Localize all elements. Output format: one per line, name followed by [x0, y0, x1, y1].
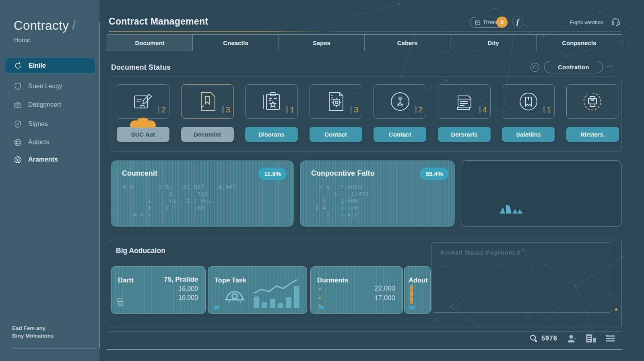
status-card-badge: 1	[286, 105, 294, 114]
clipboard-star-icon	[260, 90, 283, 113]
sidebar: Contracty/ Home Einile Suen Lecgy Datige…	[0, 0, 99, 361]
tabbar: Document Cneactls Sapes Cabers Dity Conp…	[107, 34, 622, 51]
status-card-iconbox[interactable]: 1	[502, 84, 555, 119]
contact-button[interactable]: Contact	[310, 127, 362, 142]
conpocntive-faint-data: > a T-ODOU 1 1/4TG 3 1-006 2 4 1-1/6 2 5…	[312, 184, 369, 218]
status-card-badge: 4	[479, 105, 487, 114]
mountain-chart-icon	[500, 203, 523, 214]
tab-conpanecls[interactable]: Conpanecls	[537, 35, 622, 51]
status-card: 2 SUC Aat	[117, 84, 169, 142]
app-logo-text: Contracty	[14, 19, 69, 33]
sidebar-item-araments[interactable]: Araments	[5, 151, 96, 168]
menu-list-icon[interactable]	[605, 334, 615, 343]
durments-title: Durments	[317, 276, 348, 284]
sidebar-item-suen-lecgy[interactable]: Suen Lecgy	[5, 78, 96, 94]
sidebar-item-datigencert[interactable]: Datigencert	[5, 97, 96, 113]
headset-icon[interactable]	[611, 17, 621, 28]
footer-toolbar: 5976	[529, 334, 615, 343]
more-menu-icon[interactable]: ⋯	[606, 62, 613, 70]
sidebar-item-label: Suen Lecgy	[28, 83, 62, 90]
flag-button[interactable]: f	[512, 17, 523, 28]
title-underline	[109, 31, 330, 32]
status-card: 4 Dersraris	[438, 84, 491, 142]
suc-aat-button[interactable]: SUC Aat	[117, 127, 169, 142]
status-card: 1 Disorans	[245, 84, 298, 142]
saletiins-button[interactable]: Saletiins	[502, 127, 555, 142]
status-card-iconbox[interactable]: 2	[117, 84, 169, 119]
conpocntive-percent-badge: 55.4%	[420, 168, 448, 180]
decumint-button[interactable]: Decumint	[181, 127, 234, 142]
tab-cabers[interactable]: Cabers	[365, 35, 450, 51]
dersraris-button[interactable]: Dersraris	[438, 127, 491, 142]
tab-cneactls[interactable]: Cneactls	[193, 35, 279, 51]
circle-person-icon	[388, 90, 412, 113]
durments-card[interactable]: Durments 22,000 17,000	[310, 266, 403, 314]
shield-icon	[13, 81, 23, 91]
status-card-iconbox[interactable]: 4	[438, 84, 491, 119]
side-ghost-panel: Kinkad Malas Payroom 3	[431, 242, 612, 313]
tab-dity[interactable]: Dity	[450, 35, 536, 51]
briefcase-icon	[13, 100, 23, 110]
sidebar-bottom-divider	[12, 349, 97, 349]
calendar-icon	[475, 20, 481, 25]
notification-badge[interactable]: 3	[496, 17, 508, 28]
sidebar-footer-line2: Biny Molcations	[12, 332, 54, 340]
big-section-heading: Big Aoducalon	[116, 247, 165, 255]
orange-bar	[410, 285, 413, 304]
sidebar-divider	[14, 51, 97, 51]
search-control[interactable]: 5976	[529, 334, 557, 343]
durments-values: 22,000 17,000	[374, 283, 395, 302]
contract-management-app: { "sidebar": { "title": "Contracty", "sl…	[0, 0, 644, 361]
sync-circle-icon	[13, 61, 23, 71]
rirsters-button[interactable]: Rirsters.	[566, 127, 619, 142]
app-logo: Contracty/	[14, 19, 76, 33]
status-card: Rirsters.	[566, 84, 619, 142]
sidebar-item-aolocts[interactable]: Aolocts	[5, 134, 96, 150]
councenit-title: Councenit	[122, 169, 157, 178]
dartt-values: 75, Pralide 16.000 16.000	[164, 276, 198, 301]
sidebar-item-label: Aolocts	[28, 139, 49, 146]
status-card-badge: 3	[351, 105, 359, 114]
document-gear-icon	[324, 90, 347, 113]
tope-task-card[interactable]: Tope Task	[208, 266, 307, 314]
status-card-iconbox[interactable]: 2	[374, 84, 426, 119]
document-status-heading: Document Status	[111, 63, 171, 72]
adout-title: Adout	[409, 276, 428, 284]
status-card-iconbox-highlighted[interactable]: 3	[181, 84, 234, 119]
status-card-iconbox[interactable]: 3	[310, 84, 362, 119]
sidebar-separator	[99, 22, 100, 349]
document-list-icon[interactable]	[586, 334, 596, 343]
councenit-percent-badge: 11.9%	[258, 168, 287, 180]
section-footer-line	[111, 319, 621, 319]
user-icon[interactable]	[566, 334, 577, 343]
contration-button[interactable]: Contration	[544, 61, 603, 73]
tab-document[interactable]: Document	[107, 35, 193, 51]
sidebar-item-signes[interactable]: Signes	[5, 116, 96, 132]
sidebar-subtitle: Home	[14, 36, 30, 43]
status-circle-icon[interactable]	[530, 63, 539, 72]
orange-dot	[319, 297, 321, 299]
dartt-card[interactable]: Dartt 75, Pralide 16.000 16.000	[111, 266, 206, 314]
document-bookmark-icon	[196, 90, 218, 113]
conpocntive-title: Conpocntive Falto	[311, 169, 375, 178]
adout-card[interactable]: Adout	[404, 266, 431, 314]
footer-divider	[107, 349, 622, 350]
tab-sapes[interactable]: Sapes	[279, 35, 365, 51]
sidebar-item-einile[interactable]: Einile	[5, 58, 96, 74]
status-card: 2 Contact	[374, 84, 426, 142]
globe-icon	[13, 137, 23, 147]
teal-dot	[409, 306, 415, 309]
mini-bar-chart	[253, 280, 301, 309]
user-name: Eighil veratics	[570, 19, 603, 25]
empty-chart-panel	[461, 160, 622, 227]
document-status-cards: 2 SUC Aat 3 Decumint 1 Di	[117, 84, 619, 142]
contact-button[interactable]: Contact	[374, 127, 426, 142]
disorans-button[interactable]: Disorans	[245, 127, 298, 142]
status-card-iconbox[interactable]	[566, 84, 619, 119]
sidebar-item-label: Datigencert	[28, 101, 61, 108]
sidebar-item-label: Signes	[28, 120, 48, 128]
status-card-iconbox[interactable]: 1	[245, 84, 298, 119]
sidebar-item-label: Araments	[28, 156, 58, 163]
status-card-badge: 1	[543, 105, 551, 114]
circle-bookmark-icon	[517, 90, 540, 113]
